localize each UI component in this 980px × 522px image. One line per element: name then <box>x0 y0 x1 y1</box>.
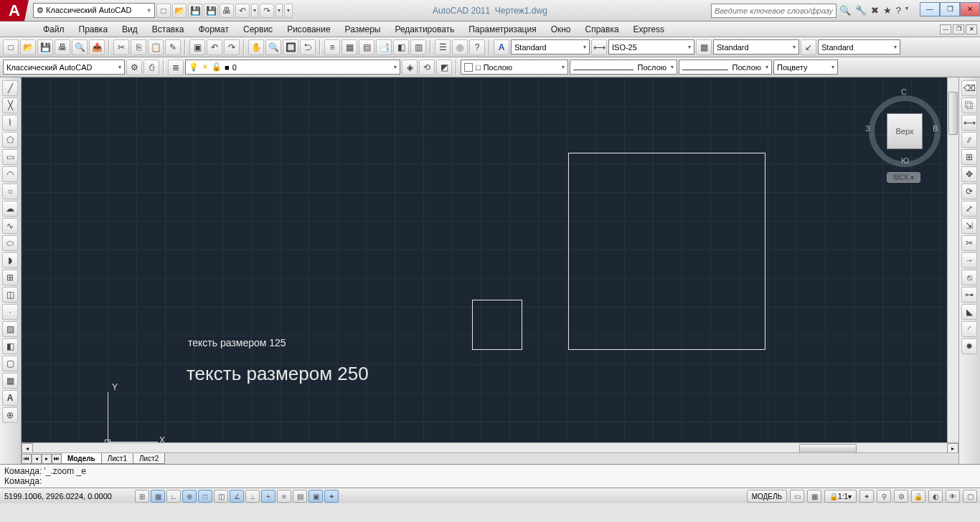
arc-tool[interactable]: ◠ <box>2 166 18 182</box>
clean-screen[interactable]: ▢ <box>963 490 977 503</box>
save-button-2[interactable]: 💾 <box>37 39 53 55</box>
anno-visibility[interactable]: ✦ <box>859 490 874 503</box>
save-button[interactable]: 💾 <box>188 4 202 18</box>
layer-manager-button[interactable]: ≣ <box>168 60 184 75</box>
help-dropdown-icon[interactable]: ▾ <box>905 5 908 16</box>
ellipse-arc-tool[interactable]: ◗ <box>2 252 18 268</box>
tab-last[interactable]: ⏭ <box>52 454 62 464</box>
workspace-combo-2[interactable]: Классический AutoCAD▾ <box>3 60 125 75</box>
linetype-combo[interactable]: Послою▾ <box>679 60 772 75</box>
quickcalc-button[interactable]: ▥ <box>410 39 426 55</box>
dc-button[interactable]: ▦ <box>341 39 357 55</box>
layer-button[interactable]: ☰ <box>435 39 451 55</box>
gradient-tool[interactable]: ◧ <box>2 338 18 354</box>
properties-button[interactable]: ≡ <box>324 39 340 55</box>
tab-next[interactable]: ▸ <box>42 454 52 464</box>
workspace-settings-button[interactable]: ⚙ <box>126 60 142 75</box>
minimize-button[interactable]: — <box>920 2 940 16</box>
grid-toggle[interactable]: ▦ <box>151 490 165 503</box>
quickview-layouts[interactable]: ▭ <box>790 490 804 503</box>
dimstyle-icon[interactable]: ⟷ <box>591 39 607 55</box>
tool-palettes-button[interactable]: ▤ <box>359 39 374 55</box>
join-tool[interactable]: ⊶ <box>961 287 977 303</box>
viewcube-west[interactable]: З <box>865 124 870 133</box>
menu-help[interactable]: Справка <box>578 22 626 37</box>
workspace-save-button[interactable]: ⎙ <box>143 60 159 75</box>
tab-layout2[interactable]: Лист2 <box>133 453 165 464</box>
tab-prev[interactable]: ◂ <box>32 454 42 464</box>
erase-tool[interactable]: ⌫ <box>961 80 977 96</box>
line-tool[interactable]: ╱ <box>2 80 18 96</box>
tab-layout1[interactable]: Лист1 <box>101 453 133 464</box>
menu-view[interactable]: Вид <box>115 22 145 37</box>
tab-first[interactable]: ⏮ <box>22 454 32 464</box>
menu-dimension[interactable]: Размеры <box>338 22 388 37</box>
ducs-toggle[interactable]: ⟂ <box>245 490 260 503</box>
tpy-toggle[interactable]: ▤ <box>293 490 307 503</box>
extend-tool[interactable]: → <box>961 252 977 268</box>
array-tool[interactable]: ⊞ <box>961 149 977 165</box>
drawing-canvas[interactable]: тексть размером 125 тексть размером 250 … <box>22 77 958 464</box>
zoom-prev-button[interactable]: ⮌ <box>300 39 316 55</box>
ellipse-tool[interactable]: ⬭ <box>2 235 18 251</box>
viewcube[interactable]: С Ю З В Верх МСК ▾ <box>865 85 944 178</box>
menu-parametric[interactable]: Параметризация <box>461 22 543 37</box>
viewcube-north[interactable]: С <box>901 87 907 96</box>
undo-button-2[interactable]: ↶ <box>207 39 222 55</box>
table-tool[interactable]: ▦ <box>2 373 18 389</box>
matchprop-button[interactable]: ✎ <box>165 39 181 55</box>
vscroll-thumb[interactable] <box>948 92 958 135</box>
redo-dropdown[interactable]: ▾ <box>275 4 283 18</box>
insert-block-tool[interactable]: ⊞ <box>2 270 18 285</box>
menu-format[interactable]: Формат <box>191 22 236 37</box>
sc-toggle[interactable]: ✦ <box>324 490 339 503</box>
explode-tool[interactable]: ✸ <box>961 338 977 354</box>
workspace-dropdown[interactable]: ⚙ Классический AutoCAD▾ <box>33 3 155 18</box>
render-button[interactable]: ◎ <box>452 39 468 55</box>
markup-button[interactable]: ◧ <box>393 39 409 55</box>
chamfer-tool[interactable]: ◣ <box>961 304 977 320</box>
redo-button-2[interactable]: ↷ <box>224 39 240 55</box>
copy-tool[interactable]: ⿻ <box>961 98 977 113</box>
close-button[interactable]: ✕ <box>960 2 980 16</box>
subscription-icon[interactable]: 🔧 <box>855 5 867 16</box>
trim-tool[interactable]: ✂ <box>961 235 977 251</box>
lwt-toggle[interactable]: ≡ <box>277 490 291 503</box>
snap-toggle[interactable]: ⊞ <box>135 490 149 503</box>
color-combo[interactable]: □ Послою▾ <box>461 60 568 75</box>
break-tool[interactable]: ⎋ <box>961 270 977 285</box>
osnap-toggle[interactable]: □ <box>198 490 212 503</box>
hscroll-left[interactable]: ◂ <box>22 443 33 453</box>
layer-combo[interactable]: 💡 ☀ 🔓 ■ 0 ▾ <box>185 60 400 75</box>
mdi-restore[interactable]: ❐ <box>953 24 964 34</box>
scale-tool[interactable]: ⤢ <box>961 201 977 217</box>
textstyle-icon[interactable]: A <box>494 39 509 55</box>
qat-customize[interactable]: ▾ <box>284 4 293 18</box>
redo-button[interactable]: ↷ <box>260 4 274 18</box>
hatch-tool[interactable]: ▨ <box>2 321 18 337</box>
hardware-accel[interactable]: ◐ <box>928 490 943 503</box>
menu-window[interactable]: Окно <box>544 22 578 37</box>
menu-express[interactable]: Express <box>626 22 672 37</box>
menu-modify[interactable]: Редактировать <box>387 22 461 37</box>
mdi-close[interactable]: ✕ <box>966 24 977 34</box>
stretch-tool[interactable]: ⇲ <box>961 218 977 234</box>
make-block-tool[interactable]: ◫ <box>2 287 18 303</box>
toolbar-lock[interactable]: 🔒 <box>911 490 925 503</box>
otrack-toggle[interactable]: ∠ <box>230 490 244 503</box>
fillet-tool[interactable]: ◜ <box>961 321 977 337</box>
help-icon[interactable]: ? <box>896 5 901 16</box>
open-button-2[interactable]: 📂 <box>20 39 36 55</box>
zoom-window-button[interactable]: 🔲 <box>283 39 298 55</box>
qnew-button[interactable]: □ <box>3 39 19 55</box>
app-menu-button[interactable]: A <box>0 0 29 22</box>
preview-button[interactable]: 🔍 <box>72 39 88 55</box>
zoom-rt-button[interactable]: 🔍 <box>265 39 281 55</box>
new-button[interactable]: □ <box>156 4 171 18</box>
menu-insert[interactable]: Вставка <box>145 22 192 37</box>
anno-autoscale[interactable]: ⚲ <box>877 490 891 503</box>
layer-iso-button[interactable]: ◩ <box>436 60 452 75</box>
dyn-toggle[interactable]: + <box>261 490 275 503</box>
tab-model[interactable]: Модель <box>61 453 102 464</box>
ortho-toggle[interactable]: ∟ <box>166 490 181 503</box>
